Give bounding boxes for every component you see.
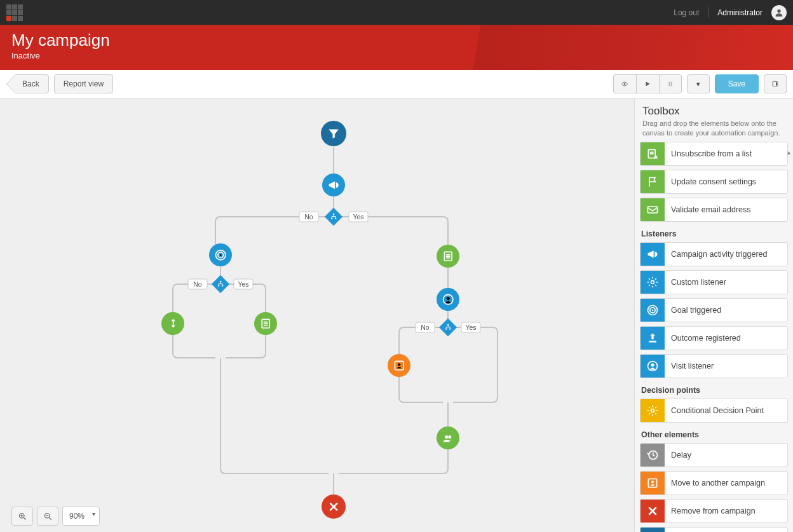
node-decision-2[interactable] [212, 275, 229, 293]
node-updown[interactable] [161, 312, 184, 335]
node-users[interactable] [437, 426, 459, 449]
separator [708, 7, 708, 18]
user-avatar-icon[interactable] [771, 5, 787, 20]
toolbox-item-label: Move to another campaign [665, 472, 787, 494]
toolbox-item[interactable]: Validate email address [640, 198, 788, 222]
toolbox-item-label: Campaign activity triggered [665, 243, 787, 266]
node-goal[interactable] [209, 243, 232, 266]
page-title: My campaign [11, 31, 782, 50]
logout-link[interactable]: Log out [674, 8, 699, 17]
node-decision-1[interactable] [325, 208, 342, 226]
toolbox-section-title: Decision points [641, 386, 787, 395]
toolbox-item[interactable]: Custom listener [640, 270, 788, 294]
upload-icon [640, 327, 665, 350]
campaign-status: Inactive [11, 51, 782, 60]
toolbar: Back Report view ▼ Save [0, 70, 793, 99]
save-button[interactable]: Save [715, 74, 759, 93]
clock-back-icon [640, 444, 665, 467]
toolbox-item[interactable]: Update consent settings [640, 170, 788, 194]
toolbox-item-label: Conditional Decision Point [665, 399, 787, 422]
gear-icon [640, 399, 665, 422]
person-out-icon [640, 472, 665, 494]
preview-button[interactable] [613, 74, 636, 93]
decision-2-yes-label: Yes [238, 280, 248, 288]
toolbox-item[interactable]: Outcome registered [640, 326, 788, 350]
toolbox-title: Toolbox [642, 105, 785, 118]
megaphone-icon [640, 243, 665, 266]
toolbox-item[interactable]: Conditional Decision Point [640, 399, 788, 423]
decision-1-no-label: No [304, 213, 313, 221]
zoom-select[interactable]: 90% [62, 507, 100, 526]
toolbox-item-label: Delay [665, 444, 787, 467]
zoom-controls: 90% [11, 507, 100, 526]
back-button[interactable]: Back [15, 74, 49, 93]
target-icon [640, 299, 665, 322]
current-user[interactable]: Administrator [717, 8, 762, 17]
toolbox-panel: Toolbox Drag and drop the elements below… [634, 99, 793, 532]
toolbox-item-label: Unsubscribe from a list [665, 142, 787, 165]
decision-3-no-label: No [421, 324, 430, 331]
toolbox-item[interactable]: Unsubscribe from a list [640, 142, 788, 166]
toolbox-item[interactable]: Goal triggered [640, 298, 788, 322]
report-view-button[interactable]: Report view [54, 74, 113, 93]
ccw-icon [640, 528, 665, 532]
flag-icon [640, 170, 665, 193]
toolbox-item[interactable]: Move to another campaign [640, 471, 788, 495]
toolbox-section-title: Other elements [641, 430, 787, 439]
canvas[interactable]: No Yes No Yes [0, 99, 634, 532]
run-controls [613, 74, 682, 93]
more-menu-button[interactable]: ▼ [687, 74, 710, 93]
zoom-out-button[interactable] [37, 507, 58, 526]
decision-2-no-label: No [193, 280, 202, 288]
node-campaign-activity[interactable] [322, 174, 345, 196]
topbar: Log out Administrator [0, 0, 793, 25]
x-icon [640, 500, 665, 522]
node-list-right[interactable] [437, 245, 459, 268]
toolbox-item[interactable]: Campaign activity triggered [640, 242, 788, 266]
toolbox-item-label: Return to start [665, 528, 787, 532]
svg-point-53 [437, 426, 459, 449]
toggle-panel-button[interactable] [764, 74, 787, 93]
page-header: My campaign Inactive [0, 25, 793, 70]
mail-icon [640, 198, 665, 221]
node-move-campaign[interactable] [388, 354, 410, 377]
node-filter[interactable] [321, 121, 346, 146]
play-button[interactable] [636, 74, 659, 93]
toolbox-item[interactable]: Delay [640, 443, 788, 467]
toolbox-item[interactable]: Visit listener [640, 354, 788, 378]
decision-1-yes-label: Yes [353, 213, 363, 221]
node-decision-3[interactable] [439, 318, 457, 336]
globe-person-icon [640, 355, 665, 378]
toolbox-item-label: Remove from campaign [665, 500, 787, 522]
app-logo[interactable] [6, 4, 23, 21]
decision-3-yes-label: Yes [465, 324, 476, 331]
toolbox-hint: Drag and drop the elements below onto th… [642, 119, 785, 138]
toolbox-item-label: Goal triggered [665, 299, 787, 322]
toolbox-item-label: Update consent settings [665, 170, 787, 193]
node-list-left[interactable] [254, 312, 277, 335]
node-visit[interactable] [437, 288, 459, 311]
toolbox-section-title: Listeners [641, 229, 787, 238]
scroll-up-icon: ▲ [786, 149, 792, 156]
toolbox-item[interactable]: Return to start [640, 527, 788, 532]
toolbox-item[interactable]: Remove from campaign [640, 499, 788, 523]
list-x-icon [640, 142, 665, 165]
toolbox-item-label: Visit listener [665, 355, 787, 378]
pause-button[interactable] [659, 74, 682, 93]
node-remove[interactable] [322, 494, 346, 519]
zoom-in-button[interactable] [11, 507, 33, 526]
gear-icon [640, 271, 665, 294]
toolbox-item-label: Custom listener [665, 271, 787, 294]
toolbox-item-label: Outcome registered [665, 327, 787, 350]
toolbox-item-label: Validate email address [665, 198, 787, 221]
